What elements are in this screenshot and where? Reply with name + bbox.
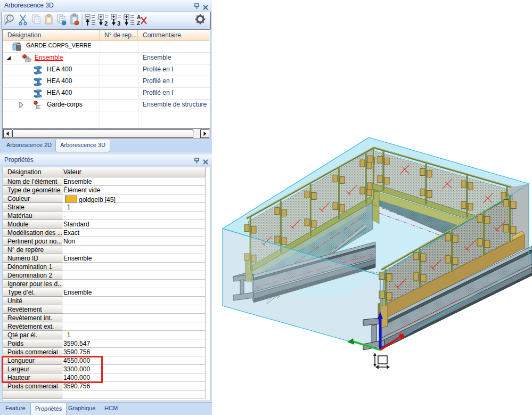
svg-text:2: 2	[104, 20, 108, 27]
svg-text:Z: Z	[137, 20, 140, 26]
svg-text:3: 3	[117, 20, 120, 27]
svg-text:A: A	[137, 14, 141, 20]
